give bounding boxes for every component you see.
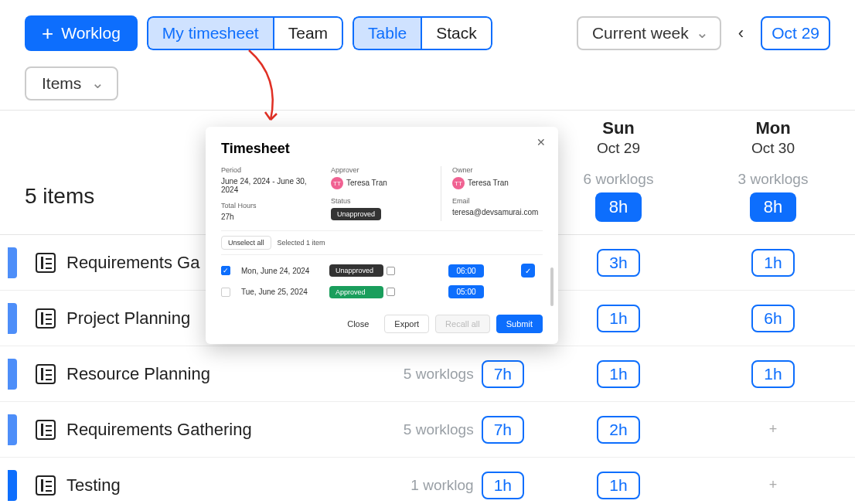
day-name: Mon	[696, 118, 850, 138]
meta-value: Teresa Tran	[346, 179, 387, 187]
cell-hours[interactable]: 1h	[751, 360, 794, 388]
modal-meta: Period June 24, 2024 - June 30, 2024 Tot…	[221, 166, 543, 221]
timesheet-modal: ✕ Timesheet Period June 24, 2024 - June …	[206, 127, 558, 344]
cell-hours[interactable]: 1h	[597, 305, 639, 332]
modal-footer: Close Export Recall all Submit	[221, 307, 543, 333]
tab-team[interactable]: Team	[273, 16, 343, 50]
worklogs-count: 5 worklogs	[404, 366, 474, 383]
meta-value: Teresa Tran	[468, 179, 509, 187]
cell-hours[interactable]: 1h	[597, 472, 639, 499]
row-total[interactable]: 1h	[482, 472, 524, 499]
row-total[interactable]: 7h	[482, 416, 524, 444]
summary-mon: 3 worklogs 8h	[696, 171, 850, 222]
close-icon[interactable]: ✕	[537, 136, 546, 148]
avatar: TT	[452, 177, 465, 189]
status-badge: Unapproved	[331, 208, 381, 220]
copy-icon[interactable]	[387, 288, 395, 296]
item-icon	[36, 308, 56, 329]
item-icon	[36, 420, 56, 440]
table-row: Requirements Gathering 5 worklogs 7h 2h …	[0, 402, 855, 458]
scope-segment: My timesheet Team	[147, 16, 343, 50]
close-button[interactable]: Close	[338, 315, 378, 333]
tab-stack[interactable]: Stack	[421, 16, 492, 50]
period-select[interactable]: Current week	[577, 16, 721, 50]
items-select[interactable]: Items	[25, 66, 118, 100]
check-icon[interactable]: ✓	[521, 264, 535, 278]
export-button[interactable]: Export	[384, 315, 429, 333]
status-badge: Unapproved	[329, 264, 383, 277]
day-total[interactable]: 8h	[750, 192, 796, 222]
prev-button[interactable]: ‹	[731, 19, 751, 48]
item-icon	[36, 475, 56, 495]
submit-button[interactable]: Submit	[496, 315, 543, 333]
item-icon	[36, 253, 56, 273]
worklog-label: Worklog	[61, 24, 121, 43]
row-total[interactable]: 7h	[482, 360, 524, 388]
timesheet-entry: Tue, June 25, 2024 Approved 05:00	[221, 281, 543, 302]
row-color-bar	[8, 359, 17, 390]
cell-hours[interactable]: 3h	[597, 249, 639, 277]
meta-value: teresa@devsamurai.com	[452, 208, 538, 216]
entry-time[interactable]: 06:00	[448, 264, 484, 278]
worklog-button[interactable]: + Worklog	[25, 15, 138, 51]
view-segment: Table Stack	[353, 16, 492, 50]
cell-hours[interactable]: 2h	[597, 416, 639, 444]
worklogs-count: 1 worklog	[410, 477, 473, 494]
table-row: Testing 1 worklog 1h 1h +	[0, 458, 855, 504]
item-name[interactable]: Resource Planning	[66, 364, 210, 384]
entry-date: Mon, June 24, 2024	[241, 267, 326, 275]
cell-hours[interactable]: 6h	[751, 305, 794, 332]
day-date: Oct 29	[541, 140, 696, 157]
entry-checkbox[interactable]: ✓	[221, 266, 230, 275]
subbar: Items	[0, 60, 855, 110]
item-name[interactable]: Requirements Ga	[66, 253, 199, 273]
entry-checkbox[interactable]	[221, 288, 230, 297]
add-cell[interactable]: +	[769, 421, 778, 437]
plus-icon: +	[42, 23, 53, 43]
meta-label: Status	[331, 197, 433, 205]
meta-value: June 24, 2024 - June 30, 2024	[221, 177, 307, 194]
recall-all-button[interactable]: Recall all	[435, 315, 490, 333]
meta-label: Email	[452, 197, 543, 205]
summary-sun: 6 worklogs 8h	[541, 171, 696, 222]
selected-count: Selected 1 item	[278, 239, 325, 247]
worklogs-count: 5 worklogs	[404, 421, 474, 438]
tab-table[interactable]: Table	[353, 16, 421, 50]
day-name: Sun	[541, 118, 696, 138]
cell-hours[interactable]: 1h	[751, 249, 794, 277]
item-name[interactable]: Requirements Gathering	[66, 420, 252, 440]
row-color-bar	[8, 247, 17, 278]
item-name[interactable]: Project Planning	[66, 308, 190, 329]
modal-entries: ✓ Mon, June 24, 2024 Unapproved 06:00 ✓ …	[221, 255, 543, 307]
avatar: TT	[331, 177, 343, 189]
row-color-bar	[8, 470, 17, 501]
toolbar: + Worklog My timesheet Team Table Stack …	[0, 0, 855, 60]
modal-title: Timesheet	[221, 141, 543, 157]
item-name[interactable]: Testing	[66, 475, 121, 495]
meta-label: Owner	[452, 166, 543, 174]
table-row: Resource Planning 5 worklogs 7h 1h 1h	[0, 346, 855, 402]
cell-hours[interactable]: 1h	[597, 360, 639, 388]
day-total[interactable]: 8h	[595, 192, 642, 222]
item-icon	[36, 364, 56, 384]
day-date: Oct 30	[696, 140, 850, 157]
scrollbar[interactable]	[550, 267, 554, 306]
meta-value: 27h	[221, 213, 234, 221]
unselect-all-button[interactable]: Unselect all	[221, 236, 271, 250]
row-color-bar	[8, 414, 17, 445]
modal-toolbar: Unselect all Selected 1 item	[221, 230, 543, 255]
date-button[interactable]: Oct 29	[761, 16, 830, 50]
entry-date: Tue, June 25, 2024	[241, 288, 326, 296]
meta-label: Approver	[331, 166, 433, 174]
day-header-sun: Sun Oct 29	[541, 111, 696, 160]
tab-my-timesheet[interactable]: My timesheet	[147, 16, 273, 50]
meta-label: Period	[221, 166, 323, 174]
add-cell[interactable]: +	[769, 477, 778, 492]
row-color-bar	[8, 303, 17, 334]
meta-label: Total Hours	[221, 202, 323, 209]
worklogs-count: 3 worklogs	[696, 171, 850, 188]
entry-time[interactable]: 05:00	[448, 285, 484, 298]
worklogs-count: 6 worklogs	[541, 171, 696, 188]
timesheet-entry: ✓ Mon, June 24, 2024 Unapproved 06:00 ✓	[221, 260, 543, 281]
copy-icon[interactable]	[387, 267, 395, 275]
